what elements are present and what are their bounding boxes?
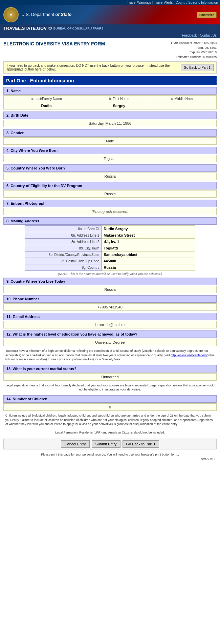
middle-name-label: c. Middle Name bbox=[149, 96, 216, 102]
omb-info: OMB Control Number: 1405-0153 Form: DS-5… bbox=[171, 41, 217, 59]
go-back-part1-button-bottom[interactable]: Go Back to Part 1 bbox=[123, 440, 159, 448]
section-12: 12. What is the highest level of educati… bbox=[3, 330, 217, 363]
addr-row-care: 8a. In Care Of Dudin Sergey bbox=[25, 226, 195, 232]
addr-row-city: 8d. City/Town Togliatti bbox=[25, 245, 195, 251]
address-table: 8a. In Care Of Dudin Sergey 8b. Address … bbox=[25, 225, 195, 271]
country-born-value: Russia bbox=[3, 173, 217, 180]
main-content: OMB Control Number: 1405-0153 Form: DS-5… bbox=[0, 38, 220, 464]
email-value: bronxide@mail.ru bbox=[3, 321, 217, 328]
nav-bar: Feedback | Contact Us bbox=[0, 32, 220, 38]
button-row: Cancel Entry Submit Entry Go Back to Par… bbox=[3, 439, 217, 449]
marital-value: Unmarried bbox=[3, 373, 217, 381]
section-11-header: 11. E-mail Address bbox=[3, 313, 217, 320]
dept-name: U.S. Department of State bbox=[21, 12, 71, 18]
section-9: 9. Country Where You Live Today Russia bbox=[3, 278, 217, 293]
children-info2: Legal Permanent Residents (LPR) and Amer… bbox=[3, 429, 217, 436]
education-info: You must have a minimum of a high school… bbox=[3, 347, 217, 363]
last-name-label: a. Last/Family Name bbox=[4, 96, 89, 102]
section-7: 7. Entrant Photograph (Photograph receiv… bbox=[3, 200, 217, 215]
section-6: 6. Country of Eligibility for the DV Pro… bbox=[3, 182, 217, 198]
section-2: 2. Birth Date Saturday, March 11, 1986 bbox=[3, 112, 217, 127]
section-1: 1. Name a. Last/Family Name b. First Nam… bbox=[3, 87, 217, 109]
country-live-value: Russia bbox=[3, 286, 217, 293]
addr-row-line1: 8b. Address Line 1 Makarenko Street bbox=[25, 232, 195, 239]
section-14-header: 14. Number of Children bbox=[3, 395, 217, 403]
section-14: 14. Number of Children 0 Children includ… bbox=[3, 395, 217, 436]
addr-row-line2: 8c. Address Line 2 d.1, kv. 1 bbox=[25, 239, 195, 245]
children-info1: Children include all biological children… bbox=[3, 412, 217, 428]
city-born-value: Togliatti bbox=[3, 155, 217, 162]
notice-box: If you need to go back and make a correc… bbox=[3, 61, 217, 74]
section-8: 8. Mailing Address 8a. In Care Of Dudin … bbox=[3, 217, 217, 276]
section-10: 10. Phone Number +79057431940 bbox=[3, 295, 217, 311]
photo-value: (Photograph received) bbox=[3, 208, 217, 215]
country-eligibility-value: Russia bbox=[3, 190, 217, 198]
section-10-header: 10. Phone Number bbox=[3, 295, 217, 303]
watermark: BRNX.RU bbox=[3, 457, 217, 462]
section-13: 13. What is your current marital status?… bbox=[3, 365, 217, 393]
state-dept-seal: ★ bbox=[3, 7, 19, 22]
addr-row-state: 8e. District/County/Province/State Samar… bbox=[25, 251, 195, 258]
section-3-header: 3. Gender bbox=[3, 129, 217, 137]
gender-value: Male bbox=[3, 137, 217, 145]
form-header: OMB Control Number: 1405-0153 Form: DS-5… bbox=[3, 41, 217, 59]
country-specific-link[interactable]: Country Specific Information bbox=[175, 1, 218, 4]
phone-value: +79057431940 bbox=[3, 303, 217, 311]
site-header: ★ U.S. Department of State Embassies bbox=[0, 5, 220, 24]
contact-link[interactable]: Contact Us bbox=[200, 34, 217, 37]
section-7-header: 7. Entrant Photograph bbox=[3, 200, 217, 207]
address-note: (NOTE: This is the address that will be … bbox=[3, 272, 217, 276]
part-one-header: Part One - Entrant Information bbox=[3, 76, 217, 85]
birth-date-value: Saturday, March 11, 1986 bbox=[3, 120, 217, 127]
section-11: 11. E-mail Address bronxide@mail.ru bbox=[3, 313, 217, 328]
section-12-header: 12. What is the highest level of educati… bbox=[3, 330, 217, 338]
travel-bar: TRAVEL.STATE.GOV ⚙ BUREAU OF CONSULAR AF… bbox=[0, 24, 220, 32]
section-4-header: 4. City Where You Were Born bbox=[3, 147, 217, 154]
section-3: 3. Gender Male bbox=[3, 129, 217, 145]
top-nav-links[interactable]: Travel Warnings | Travel Alerts | Countr… bbox=[127, 1, 218, 4]
marital-warning: Legal separation means that a court has … bbox=[3, 382, 217, 393]
addr-row-country: 8g. Country Russia bbox=[25, 264, 195, 271]
first-name-value: Sergey bbox=[89, 102, 149, 109]
education-value: University Degree bbox=[3, 339, 217, 346]
section-5-header: 5. Country Where You Were Born bbox=[3, 164, 217, 172]
go-back-part1-button-top[interactable]: Go Back to Part 1 bbox=[181, 64, 214, 71]
travel-warnings-link[interactable]: Travel Warnings bbox=[127, 1, 151, 4]
notice-text: If you need to go back and make a correc… bbox=[6, 64, 177, 71]
last-name-value: Dudin bbox=[4, 102, 89, 109]
section-2-header: 2. Birth Date bbox=[3, 112, 217, 119]
section-4: 4. City Where You Were Born Togliatti bbox=[3, 147, 217, 162]
section-1-header: 1. Name bbox=[3, 87, 217, 95]
feedback-link[interactable]: Feedback bbox=[182, 34, 197, 37]
middle-name-value bbox=[149, 102, 216, 109]
name-table: a. Last/Family Name b. First Name c. Mid… bbox=[3, 95, 217, 109]
section-6-header: 6. Country of Eligibility for the DV Pro… bbox=[3, 182, 217, 189]
embassies-button[interactable]: Embassies bbox=[197, 12, 217, 18]
print-notice: Please print this page for your personal… bbox=[3, 452, 217, 457]
submit-entry-button[interactable]: Submit Entry bbox=[92, 440, 120, 448]
addr-row-postal: 8f. Postal Code/Zip Code 445008 bbox=[25, 258, 195, 264]
top-bar: Travel Warnings | Travel Alerts | Countr… bbox=[0, 0, 220, 5]
travel-logo: TRAVEL.STATE.GOV ⚙ BUREAU OF CONSULAR AF… bbox=[3, 26, 104, 31]
children-value: 0 bbox=[3, 403, 217, 411]
section-9-header: 9. Country Where You Live Today bbox=[3, 278, 217, 285]
section-5: 5. Country Where You Were Born Russia bbox=[3, 164, 217, 180]
header-left: ★ U.S. Department of State bbox=[3, 7, 71, 22]
section-13-header: 13. What is your current marital status? bbox=[3, 365, 217, 373]
first-name-label: b. First Name bbox=[89, 96, 149, 102]
travel-alerts-link[interactable]: Travel Alerts bbox=[154, 1, 173, 4]
section-8-header: 8. Mailing Address bbox=[3, 217, 217, 225]
onetcenter-link[interactable]: http://online.onetcenter.org/ bbox=[171, 354, 207, 357]
cancel-entry-button[interactable]: Cancel Entry bbox=[61, 440, 90, 448]
